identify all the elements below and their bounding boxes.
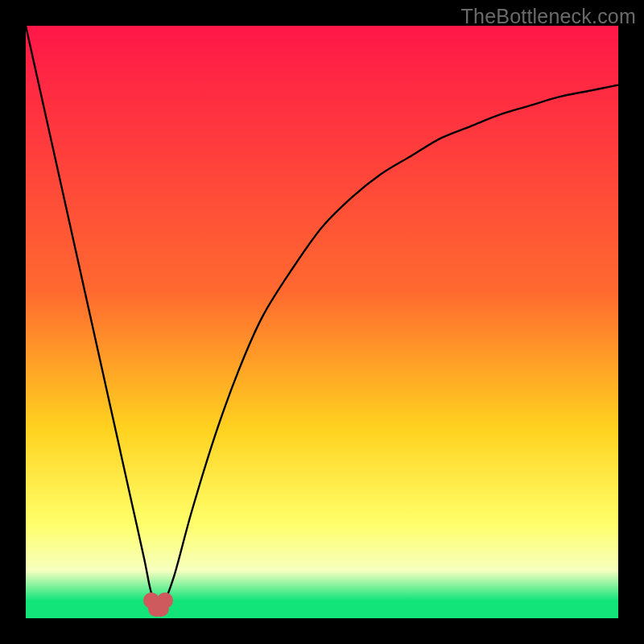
gradient-bg <box>26 26 618 618</box>
bottleneck-plot <box>26 26 618 618</box>
watermark-text: TheBottleneck.com <box>461 5 636 28</box>
chart-frame <box>26 26 618 618</box>
min-marker-point <box>157 592 173 609</box>
